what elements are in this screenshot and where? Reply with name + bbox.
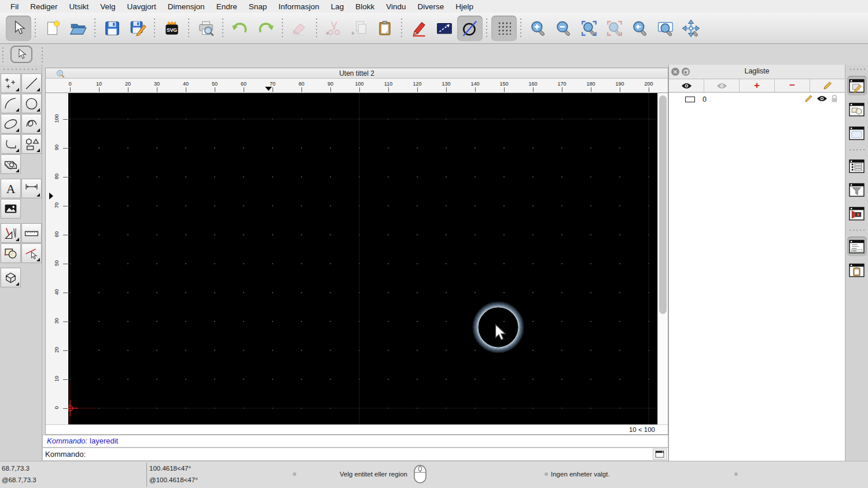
- export-svg-button[interactable]: SVG: [159, 16, 185, 41]
- document-titlebar[interactable]: Uten tittel 2: [46, 68, 668, 79]
- menu-velg[interactable]: Velg: [94, 2, 121, 11]
- toolbar-separator: [39, 46, 45, 62]
- block-list-panel-button[interactable]: [847, 99, 867, 119]
- redo-button[interactable]: [253, 16, 278, 41]
- eraser-button[interactable]: [287, 16, 312, 41]
- layer-list-panel-button[interactable]: [847, 76, 867, 95]
- absolute-polar-coordinate: 100.4618<47°: [149, 465, 191, 472]
- h-ruler-tick: [562, 87, 562, 92]
- show-all-layers-button[interactable]: [669, 79, 704, 92]
- layer-edit-icon[interactable]: [804, 94, 813, 105]
- menu-hjelp[interactable]: Hjelp: [450, 2, 479, 11]
- menu-fil[interactable]: Fil: [5, 2, 24, 11]
- layer-row[interactable]: 0: [669, 93, 845, 106]
- v-ruler-tick: [63, 293, 68, 293]
- paste-button[interactable]: [372, 16, 398, 41]
- current-tool-select-button[interactable]: [10, 46, 32, 63]
- image-tool-button[interactable]: [1, 199, 21, 219]
- modify-tool-button[interactable]: [1, 223, 21, 243]
- solid-tool-button[interactable]: [1, 268, 21, 287]
- palette-drag-handle[interactable]: [2, 66, 39, 72]
- cut-button[interactable]: [321, 16, 347, 41]
- menu-endre[interactable]: Endre: [211, 2, 243, 11]
- zoom-in-button[interactable]: [525, 16, 551, 41]
- selection-filter-panel-button[interactable]: [847, 180, 867, 199]
- shapes-tool-button[interactable]: [21, 134, 42, 154]
- grid-toggle-button[interactable]: [491, 16, 517, 41]
- dock-toolbar: [845, 65, 868, 461]
- menu-informasjon[interactable]: Informasjon: [273, 2, 325, 11]
- dimension-tool-button[interactable]: [21, 179, 42, 198]
- v-ruler-label: 50: [54, 257, 60, 269]
- h-ruler-label: 10: [91, 81, 106, 87]
- menu-utsikt[interactable]: Utsikt: [64, 2, 95, 11]
- save-as-button[interactable]: [125, 16, 150, 41]
- layer-color-swatch[interactable]: [685, 97, 695, 102]
- add-layer-button[interactable]: +: [740, 79, 775, 92]
- v-ruler-tick: [63, 206, 68, 206]
- ellipse-tool-button[interactable]: [1, 114, 21, 134]
- copy-button[interactable]: [347, 16, 372, 41]
- edit-entity-tool-button[interactable]: [21, 243, 42, 263]
- menu-blokk[interactable]: Blokk: [350, 2, 380, 11]
- text-tool-button[interactable]: A: [1, 179, 21, 198]
- line-tool-button[interactable]: [21, 73, 42, 93]
- select-button[interactable]: [6, 16, 31, 41]
- new-drawing-button[interactable]: [40, 16, 65, 41]
- menu-rediger[interactable]: Rediger: [24, 2, 63, 11]
- save-button[interactable]: [100, 16, 125, 41]
- command-window-toggle-button[interactable]: [653, 449, 667, 460]
- toolbar-separator: [398, 17, 406, 39]
- remove-layer-button[interactable]: −: [775, 79, 810, 92]
- menu-vindu[interactable]: Vindu: [380, 2, 411, 11]
- zoom-window-button[interactable]: [653, 16, 678, 41]
- menu-snap[interactable]: Snap: [243, 2, 273, 11]
- command-line-input[interactable]: Kommando:: [42, 448, 668, 461]
- menu-diverse[interactable]: Diverse: [412, 2, 450, 11]
- construction-circle-button[interactable]: [457, 16, 483, 41]
- dock-separator: [848, 228, 866, 232]
- v-ruler-tick: [63, 177, 68, 178]
- flyout-indicator: [16, 282, 19, 286]
- layer-lock-icon[interactable]: [831, 94, 838, 105]
- hatch-tool-button[interactable]: [1, 154, 21, 174]
- polyline-tool-button[interactable]: [1, 134, 21, 154]
- undo-button[interactable]: [227, 16, 253, 41]
- region-tool-button[interactable]: [1, 243, 21, 263]
- spline-tool-button[interactable]: [21, 114, 42, 134]
- circle-tool-button[interactable]: [21, 94, 42, 113]
- h-ruler-label: 180: [583, 81, 598, 87]
- vertical-scrollbar[interactable]: [657, 93, 668, 424]
- draw-pencil-button[interactable]: [406, 16, 432, 41]
- drawing-canvas[interactable]: [68, 93, 657, 424]
- zoom-out-button[interactable]: [551, 16, 576, 41]
- edit-layer-button[interactable]: [810, 79, 845, 92]
- v-ruler-label: 100: [54, 112, 60, 125]
- document-window: Uten tittel 2 01020304050607080901001101…: [45, 68, 668, 435]
- pan-button[interactable]: [678, 16, 704, 41]
- print-preview-button[interactable]: [193, 16, 219, 41]
- hide-all-layers-button[interactable]: [704, 79, 740, 92]
- zoom-previous-button[interactable]: [627, 16, 653, 41]
- layer-visibility-icon[interactable]: [816, 94, 827, 105]
- menu-lag[interactable]: Lag: [325, 2, 350, 11]
- command-line-panel-button[interactable]: [847, 236, 867, 256]
- main-toolbar: SVG: [0, 13, 868, 44]
- property-editor-panel-button[interactable]: [847, 156, 867, 176]
- arc-tool-button[interactable]: [1, 94, 21, 113]
- flyout-indicator: [16, 128, 19, 132]
- open-drawing-button[interactable]: [65, 16, 91, 41]
- menu-uavgjort[interactable]: Uavgjort: [122, 2, 162, 11]
- toolbar-drag-handle[interactable]: [0, 46, 6, 62]
- zoom-auto-button[interactable]: [576, 16, 602, 41]
- dock-drag-handle[interactable]: [849, 67, 865, 72]
- clipboard-panel-button[interactable]: [847, 260, 867, 280]
- view-list-panel-button[interactable]: [847, 204, 867, 223]
- scrollbar-thumb[interactable]: [659, 95, 667, 314]
- zoom-selection-button[interactable]: [602, 16, 627, 41]
- points-tool-button[interactable]: [1, 73, 21, 93]
- measure-tool-button[interactable]: [21, 223, 42, 243]
- menu-dimensjon[interactable]: Dimensjon: [162, 2, 211, 11]
- library-browser-panel-button[interactable]: [847, 123, 867, 143]
- selection-box-button[interactable]: [432, 16, 457, 41]
